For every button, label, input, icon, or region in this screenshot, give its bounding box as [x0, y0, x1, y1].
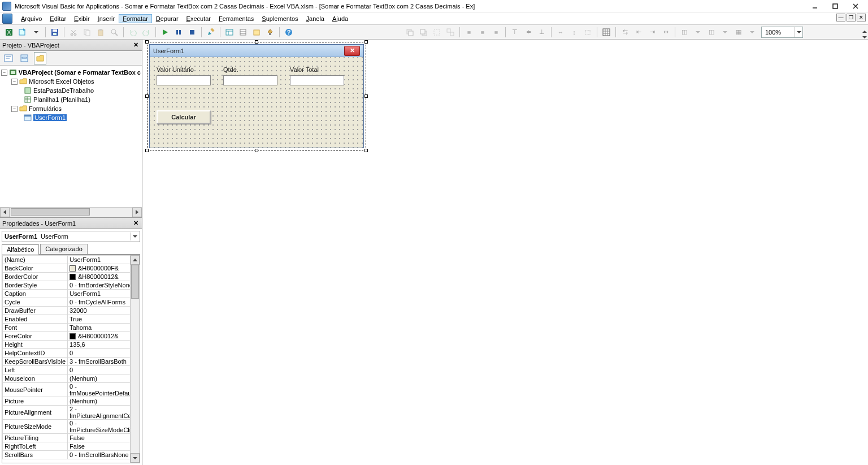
- center-vert-button[interactable]: ◫: [705, 26, 718, 38]
- property-value[interactable]: 0 - fmCycleAllForms: [68, 298, 140, 307]
- resize-handle[interactable]: [364, 149, 368, 152]
- toggle-folders-button[interactable]: [34, 52, 46, 64]
- textbox-valor-total[interactable]: [290, 75, 344, 85]
- property-value[interactable]: Tahoma: [68, 324, 140, 332]
- same-size-button[interactable]: ⬚: [581, 26, 594, 38]
- align-middle-button[interactable]: ≑: [522, 26, 535, 38]
- property-row[interactable]: PictureAlignment2 - fmPictureAlignmentCe…: [3, 406, 140, 420]
- userform-close-button[interactable]: ✕: [344, 46, 360, 56]
- userform-titlebar[interactable]: UserForm1 ✕: [150, 45, 363, 57]
- scroll-down-button[interactable]: [131, 453, 140, 463]
- property-value[interactable]: 0: [68, 366, 140, 374]
- userform-designer[interactable]: UserForm1 ✕ Valor Unitário Qtde. Valor T…: [149, 44, 364, 148]
- collapse-icon[interactable]: −: [1, 70, 7, 76]
- property-row[interactable]: PictureSizeMode0 - fmPictureSizeModeClip: [3, 420, 140, 434]
- toolbar-overflow-icon[interactable]: [861, 25, 868, 40]
- textbox-valor-unitario[interactable]: [157, 75, 211, 85]
- align-center-button[interactable]: ≡: [476, 26, 489, 38]
- scroll-right-button[interactable]: [132, 208, 142, 217]
- property-value[interactable]: 3 - fmScrollBarsBoth: [68, 358, 140, 366]
- property-value[interactable]: &H8000000F&: [68, 264, 140, 273]
- break-button[interactable]: [172, 26, 185, 38]
- align-top-button[interactable]: ⊤: [509, 26, 521, 38]
- project-explorer-button[interactable]: [223, 26, 236, 38]
- property-row[interactable]: BorderColor&H80000012&: [3, 273, 140, 281]
- textbox-qtde[interactable]: [223, 75, 277, 85]
- menu-ferramentas[interactable]: Ferramentas: [215, 14, 258, 23]
- property-row[interactable]: RightToLeftFalse: [3, 442, 140, 451]
- property-value[interactable]: False: [68, 434, 140, 442]
- property-value[interactable]: &H80000012&: [68, 332, 140, 341]
- menu-depurar[interactable]: Depurar: [152, 14, 183, 23]
- size-dropdown-icon[interactable]: [746, 26, 758, 38]
- cut-button[interactable]: [67, 26, 80, 38]
- align-left-button[interactable]: ≡: [463, 26, 475, 38]
- center-dropdown-icon[interactable]: [692, 26, 704, 38]
- resize-handle[interactable]: [255, 149, 258, 152]
- paste-button[interactable]: [94, 26, 107, 38]
- bring-to-front-button[interactable]: [403, 26, 416, 38]
- property-value[interactable]: 2 - fmPictureAlignmentCen: [68, 406, 140, 420]
- property-row[interactable]: PictureTilingFalse: [3, 434, 140, 442]
- menu-inserir[interactable]: Inserir: [94, 14, 119, 23]
- hspacing-remove-button[interactable]: ⇹: [659, 26, 672, 38]
- find-button[interactable]: [108, 26, 120, 38]
- label-valor-unitario[interactable]: Valor Unitário: [157, 66, 194, 73]
- tree-group-objects[interactable]: Microsoft Excel Objetos: [29, 78, 94, 85]
- property-row[interactable]: Picture(Nenhum): [3, 397, 140, 406]
- tree-item-sheet[interactable]: Planilha1 (Planilha1): [33, 96, 90, 103]
- tree-group-forms[interactable]: Formulários: [29, 105, 62, 112]
- label-qtde[interactable]: Qtde.: [223, 66, 238, 73]
- property-row[interactable]: Height135,6: [3, 341, 140, 349]
- menu-exibir[interactable]: Exibir: [70, 14, 94, 23]
- project-panel-close-button[interactable]: ✕: [132, 41, 140, 49]
- redo-button[interactable]: [140, 26, 153, 38]
- label-valor-total[interactable]: Valor Total: [290, 66, 319, 73]
- menu-formatar[interactable]: Formatar: [119, 14, 152, 23]
- property-value[interactable]: 0 - fmMousePointerDefault: [68, 383, 140, 397]
- tree-root-label[interactable]: VBAProject (Somar e Formatar TextBox c: [19, 69, 141, 76]
- view-object-button[interactable]: [18, 52, 31, 64]
- design-mode-button[interactable]: [205, 26, 217, 38]
- mdi-close-button[interactable]: ✕: [857, 14, 866, 21]
- tree-item-workbook[interactable]: EstaPastaDeTrabalho: [33, 87, 94, 94]
- menu-executar[interactable]: Executar: [183, 14, 215, 23]
- property-row[interactable]: MousePointer0 - fmMousePointerDefault: [3, 383, 140, 397]
- property-row[interactable]: FontTahoma: [3, 324, 140, 332]
- save-button[interactable]: [49, 26, 61, 38]
- property-value[interactable]: UserForm1: [68, 290, 140, 298]
- toggle-grid-button[interactable]: [600, 26, 613, 38]
- userform-body[interactable]: Valor Unitário Qtde. Valor Total Calcula…: [150, 57, 363, 148]
- userform-selection-border[interactable]: UserForm1 ✕ Valor Unitário Qtde. Valor T…: [147, 42, 366, 150]
- property-value[interactable]: 0 - fmScrollBarsNone: [68, 451, 140, 459]
- center-horiz-button[interactable]: ◫: [678, 26, 691, 38]
- hspacing-equal-button[interactable]: ⇆: [619, 26, 631, 38]
- property-row[interactable]: Left0: [3, 366, 140, 374]
- project-tree-hscroll[interactable]: [0, 207, 142, 217]
- property-value[interactable]: 0 - fmPictureSizeModeClip: [68, 420, 140, 434]
- tab-alphabetic[interactable]: Alfabético: [2, 244, 39, 255]
- property-row[interactable]: EnabledTrue: [3, 315, 140, 324]
- property-row[interactable]: ScrollBars0 - fmScrollBarsNone: [3, 451, 140, 459]
- property-row[interactable]: KeepScrollBarsVisible3 - fmScrollBarsBot…: [3, 358, 140, 366]
- center-vert-dropdown-icon[interactable]: [719, 26, 731, 38]
- property-value[interactable]: UserForm1: [68, 256, 140, 264]
- align-right-button[interactable]: ≡: [490, 26, 502, 38]
- insert-object-button[interactable]: [16, 26, 29, 38]
- property-row[interactable]: (Name)UserForm1: [3, 256, 140, 264]
- scroll-thumb[interactable]: [11, 208, 90, 216]
- view-excel-button[interactable]: X: [3, 26, 15, 38]
- resize-handle[interactable]: [255, 40, 258, 44]
- hspacing-increase-button[interactable]: ⇤: [632, 26, 645, 38]
- property-row[interactable]: DrawBuffer32000: [3, 307, 140, 315]
- chevron-down-icon[interactable]: [795, 27, 802, 37]
- project-tree[interactable]: −VBAProject (Somar e Formatar TextBox c …: [0, 66, 142, 207]
- menu-ajuda[interactable]: Ajuda: [328, 14, 352, 23]
- property-row[interactable]: ForeColor&H80000012&: [3, 332, 140, 341]
- properties-window-button[interactable]: [237, 26, 249, 38]
- property-value[interactable]: (Nenhum): [68, 397, 140, 406]
- ungroup-button[interactable]: [444, 26, 457, 38]
- button-calcular[interactable]: Calcular: [157, 110, 211, 124]
- size-to-grid-button[interactable]: ▦: [732, 26, 745, 38]
- insert-dropdown-icon[interactable]: [30, 26, 42, 38]
